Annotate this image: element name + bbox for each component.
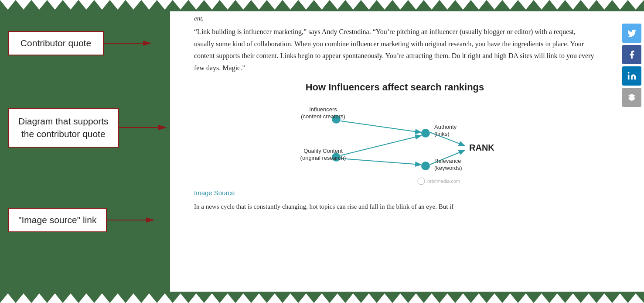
svg-text:Influencers: Influencers [309,106,337,113]
contributor-quote-arrow [104,39,152,48]
buffer-icon [627,93,637,102]
page-wrapper: Contributor quote Diagram that supportst… [0,0,644,303]
bottom-text: In a news cycle that is constantly chang… [194,201,596,212]
svg-text:Quality Content: Quality Content [303,148,343,154]
diagram-title: How Influencers affect search rankings [194,82,596,93]
facebook-icon [627,50,637,59]
contributor-quote-annotation: Contributor quote [8,31,170,55]
svg-marker-1 [143,41,152,46]
svg-text:orbitmedia.com: orbitmedia.com [427,179,460,184]
main-content: ent. “Link building is influencer market… [170,11,620,292]
svg-text:(original research): (original research) [300,155,346,161]
svg-text:RANK: RANK [469,143,494,152]
image-source-link[interactable]: Image Source [194,189,235,196]
svg-marker-5 [146,217,155,223]
top-text: ent. [194,15,596,26]
diagram-annotation: Diagram that supportsthe contributor quo… [8,108,170,148]
twitter-button[interactable] [622,24,641,43]
svg-point-27 [628,72,630,74]
facebook-button[interactable] [622,45,641,64]
diagram-label: Diagram that supportsthe contributor quo… [18,116,109,139]
diagram-svg-wrapper: Influencers (content creators) Quality C… [194,98,596,186]
svg-point-8 [421,129,430,138]
diagram-arrow-svg [119,123,167,132]
contributor-quote-box: Contributor quote [8,31,104,55]
svg-text:Relevance: Relevance [434,158,461,164]
middle-section: Contributor quote Diagram that supportst… [0,11,644,292]
diagram-arrow [119,123,167,132]
svg-text:(links): (links) [434,131,450,137]
image-source-arrow-svg [107,216,155,224]
annotation-panel: Contributor quote Diagram that supportst… [0,11,170,292]
svg-rect-26 [628,75,630,79]
svg-text:(content creators): (content creators) [301,113,345,120]
svg-text:(keywords): (keywords) [434,165,462,171]
image-source-annotation: "Image source" link [8,208,170,232]
diagram-box: Diagram that supportsthe contributor quo… [8,108,119,148]
twitter-icon [627,28,637,38]
zigzag-top [0,0,644,11]
image-source-box: "Image source" link [8,208,107,232]
influencer-diagram: Influencers (content creators) Quality C… [260,98,530,186]
quote-block: “Link building is influencer marketing,”… [194,26,596,74]
linkedin-button[interactable] [622,66,641,86]
zigzag-bottom [0,292,644,303]
svg-point-9 [421,162,430,170]
image-source-arrow [107,216,155,224]
image-source-section: Image Source [194,189,596,197]
svg-line-11 [341,136,420,155]
diagram-section: How Influencers affect search rankings [194,82,596,186]
social-sidebar [620,11,644,292]
svg-text:Authority: Authority [434,124,457,130]
buffer-button[interactable] [622,88,641,107]
svg-point-24 [418,178,425,185]
linkedin-icon [627,71,637,81]
arrow-svg [104,39,152,48]
svg-marker-3 [158,125,167,130]
svg-line-12 [341,158,420,165]
svg-line-10 [341,121,420,132]
